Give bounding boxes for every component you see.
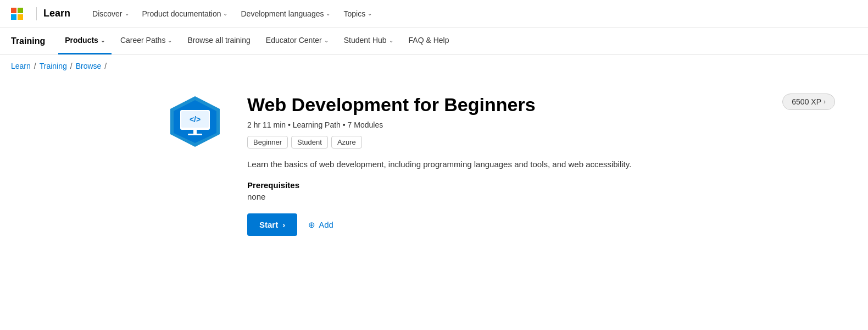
- add-button-label: Add: [319, 220, 333, 229]
- top-nav: Learn Discover ⌄ Product documentation ⌄…: [0, 0, 868, 28]
- chevron-down-icon: ⌄: [389, 37, 393, 43]
- actions: Start › ⊕ Add: [247, 213, 659, 236]
- course-container: </> Web Development for Beginners 2 hr 1…: [165, 94, 659, 236]
- tab-products-link[interactable]: Products ⌄: [58, 28, 112, 54]
- breadcrumb-separator-2: /: [70, 62, 73, 70]
- chevron-down-icon: ⌄: [125, 10, 129, 16]
- tag-azure[interactable]: Azure: [331, 136, 362, 148]
- nav-dev-languages[interactable]: Development languages ⌄: [235, 6, 336, 21]
- tag-beginner[interactable]: Beginner: [247, 136, 288, 148]
- ms-logo-yellow: [18, 14, 23, 20]
- chevron-down-icon: ⌄: [101, 37, 105, 43]
- chevron-right-icon: ›: [282, 220, 285, 229]
- breadcrumb: Learn / Training / Browse /: [0, 55, 868, 77]
- tab-faq-help-link[interactable]: FAQ & Help: [402, 28, 456, 54]
- tab-career-paths[interactable]: Career Paths ⌄: [114, 28, 179, 54]
- chevron-down-icon: ⌄: [368, 10, 372, 16]
- tab-student-hub[interactable]: Student Hub ⌄: [337, 28, 400, 54]
- course-icon-svg: </>: [165, 94, 225, 154]
- chevron-right-icon: ›: [824, 98, 826, 106]
- tab-browse-all-link[interactable]: Browse all training: [181, 28, 257, 54]
- nav-product-docs-link[interactable]: Product documentation ⌄: [137, 6, 233, 21]
- xp-badge: 6500 XP ›: [782, 94, 835, 110]
- ms-logo-green: [18, 8, 23, 13]
- start-button[interactable]: Start ›: [247, 213, 297, 236]
- xp-value: 6500 XP: [792, 97, 821, 106]
- nav-topics-link[interactable]: Topics ⌄: [338, 6, 377, 21]
- tab-educator-center-link[interactable]: Educator Center ⌄: [259, 28, 335, 54]
- svg-rect-6: [188, 134, 202, 135]
- course-tags: Beginner Student Azure: [247, 136, 659, 148]
- breadcrumb-training[interactable]: Training: [40, 62, 67, 70]
- svg-rect-5: [193, 130, 197, 134]
- training-nav-links: Products ⌄ Career Paths ⌄ Browse all tra…: [58, 28, 455, 54]
- breadcrumb-separator-1: /: [34, 62, 36, 70]
- prerequisites-value: none: [247, 192, 659, 201]
- svg-text:</>: </>: [190, 115, 201, 124]
- prerequisites-label: Prerequisites: [247, 180, 659, 190]
- training-nav: Training Products ⌄ Career Paths ⌄ Brows…: [0, 28, 868, 55]
- add-button[interactable]: ⊕ Add: [308, 220, 333, 230]
- tab-browse-all[interactable]: Browse all training: [181, 28, 257, 54]
- brand-name: Learn: [43, 8, 70, 19]
- ms-logo: [11, 8, 23, 20]
- nav-topics[interactable]: Topics ⌄: [338, 6, 377, 21]
- tag-student[interactable]: Student: [291, 136, 328, 148]
- breadcrumb-learn[interactable]: Learn: [11, 62, 31, 70]
- course-title: Web Development for Beginners: [247, 94, 659, 116]
- chevron-down-icon: ⌄: [324, 37, 329, 43]
- ms-logo-blue: [11, 14, 16, 20]
- course-icon: </>: [165, 94, 225, 154]
- tab-faq-help[interactable]: FAQ & Help: [402, 28, 456, 54]
- breadcrumb-browse[interactable]: Browse: [76, 62, 102, 70]
- breadcrumb-separator-3: /: [104, 62, 107, 70]
- nav-dev-languages-link[interactable]: Development languages ⌄: [235, 6, 336, 21]
- nav-discover-link[interactable]: Discover ⌄: [87, 6, 134, 21]
- ms-logo-red: [11, 8, 16, 13]
- main-content: 6500 XP › </> Web Development for Beginn…: [0, 77, 868, 252]
- chevron-down-icon: ⌄: [326, 10, 330, 16]
- course-meta: 2 hr 11 min • Learning Path • 7 Modules: [247, 120, 659, 129]
- tab-career-paths-link[interactable]: Career Paths ⌄: [114, 28, 179, 54]
- chevron-down-icon: ⌄: [223, 10, 227, 16]
- start-button-label: Start: [259, 220, 278, 229]
- tab-educator-center[interactable]: Educator Center ⌄: [259, 28, 335, 54]
- chevron-down-icon: ⌄: [168, 37, 172, 43]
- course-info: Web Development for Beginners 2 hr 11 mi…: [247, 94, 659, 236]
- nav-discover[interactable]: Discover ⌄: [87, 6, 134, 21]
- course-description: Learn the basics of web development, inc…: [247, 158, 659, 171]
- add-icon: ⊕: [308, 220, 315, 230]
- training-label: Training: [11, 36, 45, 46]
- nav-product-docs[interactable]: Product documentation ⌄: [137, 6, 233, 21]
- tab-products[interactable]: Products ⌄: [58, 28, 112, 54]
- logo-divider: [36, 7, 37, 20]
- top-nav-links: Discover ⌄ Product documentation ⌄ Devel…: [87, 6, 377, 21]
- tab-student-hub-link[interactable]: Student Hub ⌄: [337, 28, 400, 54]
